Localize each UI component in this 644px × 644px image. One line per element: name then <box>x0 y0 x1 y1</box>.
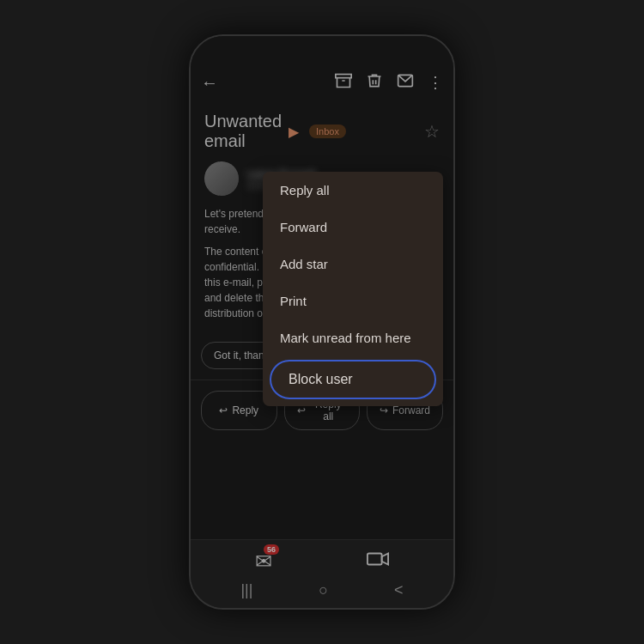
video-nav-icon[interactable] <box>367 550 389 573</box>
more-options-icon[interactable]: ⋮ <box>428 73 443 92</box>
menu-block-user[interactable]: Block user <box>270 360 436 399</box>
delete-icon[interactable] <box>366 72 383 94</box>
menu-reply-all[interactable]: Reply all <box>263 172 443 209</box>
forward-btn-label: Forward <box>392 404 430 416</box>
menu-add-star[interactable]: Add star <box>263 246 443 283</box>
email-toolbar: ← <box>191 60 453 105</box>
archive-icon[interactable] <box>335 72 352 94</box>
svg-rect-0 <box>336 74 351 77</box>
email-title: Unwanted email <box>204 112 282 151</box>
phone-frame: ← <box>189 34 455 610</box>
reply-btn-label: Reply <box>232 404 258 416</box>
avatar <box>204 161 239 196</box>
forward-btn-icon: ↪ <box>380 404 388 416</box>
inbox-badge: Inbox <box>309 125 346 138</box>
mail-badge: 56 <box>264 544 279 555</box>
nav-icons-row: ✉ 56 <box>191 540 453 578</box>
svg-marker-4 <box>382 554 388 565</box>
menu-forward[interactable]: Forward <box>263 209 443 246</box>
nav-bar: ✉ 56 ||| ○ < <box>191 539 453 608</box>
nav-back-icon[interactable]: < <box>394 581 404 599</box>
status-bar <box>191 36 453 60</box>
mail-nav-icon[interactable]: ✉ 56 <box>255 550 272 574</box>
mail-icon[interactable] <box>397 72 414 94</box>
nav-bottom-row: ||| ○ < <box>191 578 453 608</box>
nav-menu-icon[interactable]: ||| <box>240 581 252 599</box>
reply-btn-icon: ↩ <box>219 404 228 416</box>
star-icon[interactable]: ☆ <box>424 121 440 142</box>
menu-mark-unread[interactable]: Mark unread from here <box>263 319 443 356</box>
back-button[interactable]: ← <box>201 73 218 93</box>
email-header: Unwanted email ▶ Inbox ☆ <box>191 105 453 155</box>
context-menu: Reply all Forward Add star Print Mark un… <box>263 172 443 406</box>
nav-home-icon[interactable]: ○ <box>319 581 328 599</box>
svg-rect-3 <box>368 554 382 565</box>
menu-print[interactable]: Print <box>263 283 443 319</box>
reply-all-btn-icon: ↩ <box>297 404 306 416</box>
toolbar-icons: ⋮ <box>335 72 443 94</box>
